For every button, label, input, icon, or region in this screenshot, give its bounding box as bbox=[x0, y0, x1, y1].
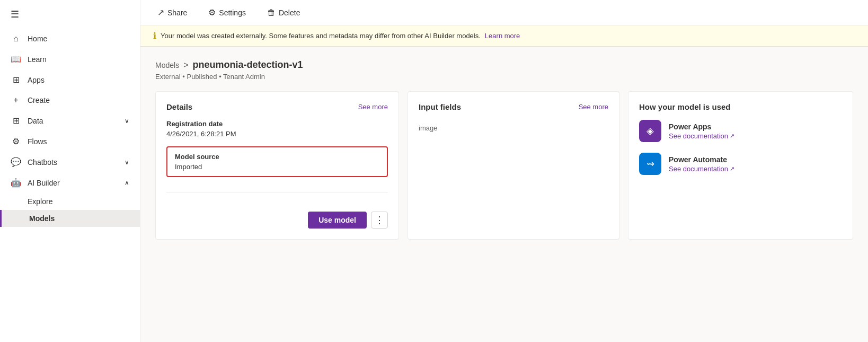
input-fields-card-title: Input fields bbox=[419, 102, 461, 111]
sidebar-item-apps[interactable]: ⊞ Apps bbox=[0, 69, 140, 90]
dots-icon: ⋮ bbox=[375, 214, 384, 226]
sidebar-item-flows[interactable]: ⚙ Flows bbox=[0, 131, 140, 152]
input-field-image: image bbox=[419, 124, 608, 132]
delete-label: Delete bbox=[279, 8, 300, 17]
usage-item-powerautomate: ⇝ Power Automate See documentation ↗ bbox=[639, 153, 842, 175]
sidebar-item-data[interactable]: ⊞ Data ∨ bbox=[0, 110, 140, 131]
details-card-title: Details bbox=[166, 102, 192, 111]
powerautomate-docs-link[interactable]: See documentation ↗ bbox=[669, 165, 734, 173]
powerautomate-name: Power Automate bbox=[669, 155, 734, 164]
details-card: Details See more Registration date 4/26/… bbox=[155, 91, 399, 240]
chevron-up-icon: ∧ bbox=[125, 179, 129, 187]
sidebar-item-learn[interactable]: 📖 Learn bbox=[0, 49, 140, 69]
external-link-icon: ↗ bbox=[730, 133, 734, 139]
sidebar-item-label: Flows bbox=[28, 137, 47, 146]
external-link-icon: ↗ bbox=[730, 165, 734, 172]
share-label: Share bbox=[167, 8, 187, 17]
sidebar-item-label: Data bbox=[28, 117, 43, 125]
sidebar-child-label: Models bbox=[29, 214, 55, 223]
sidebar-item-label: Learn bbox=[28, 55, 47, 64]
flows-icon: ⚙ bbox=[11, 136, 21, 146]
share-icon: ↗ bbox=[157, 7, 164, 17]
sidebar: ☰ ⌂ Home 📖 Learn ⊞ Apps + Create ⊞ Data … bbox=[0, 0, 140, 342]
model-source-highlighted-box: Model source Imported bbox=[166, 146, 388, 177]
model-source-value: Imported bbox=[175, 163, 379, 171]
page-subtitle: External • Published • Tenant Admin bbox=[155, 73, 853, 81]
sidebar-item-label: Home bbox=[28, 34, 47, 43]
details-see-more-link[interactable]: See more bbox=[358, 103, 388, 111]
sidebar-item-label: Create bbox=[28, 96, 50, 104]
chatbots-icon: 💬 bbox=[11, 157, 21, 167]
delete-button[interactable]: 🗑 Delete bbox=[263, 6, 304, 20]
details-card-footer: Use model ⋮ bbox=[166, 205, 388, 229]
powerautomate-icon: ⇝ bbox=[646, 158, 654, 170]
hamburger-icon[interactable]: ☰ bbox=[0, 0, 140, 29]
cards-row: Details See more Registration date 4/26/… bbox=[155, 91, 853, 240]
create-icon: + bbox=[11, 95, 21, 105]
settings-label: Settings bbox=[219, 8, 246, 17]
sidebar-item-label: Chatbots bbox=[28, 158, 57, 166]
home-icon: ⌂ bbox=[11, 34, 21, 43]
usage-card-title: How your model is used bbox=[639, 102, 731, 111]
sidebar-item-models[interactable]: Models bbox=[0, 210, 140, 227]
powerautomate-info: Power Automate See documentation ↗ bbox=[669, 155, 734, 173]
info-icon: ℹ bbox=[153, 31, 156, 41]
learn-more-link[interactable]: Learn more bbox=[485, 32, 520, 40]
trash-icon: 🗑 bbox=[267, 8, 276, 17]
sidebar-item-explore[interactable]: Explore bbox=[0, 193, 140, 210]
sidebar-item-home[interactable]: ⌂ Home bbox=[0, 29, 140, 49]
registration-date-value: 4/26/2021, 6:28:21 PM bbox=[166, 130, 388, 138]
gear-icon: ⚙ bbox=[208, 7, 216, 17]
details-card-header: Details See more bbox=[166, 102, 388, 111]
learn-icon: 📖 bbox=[11, 54, 21, 64]
sidebar-item-label: AI Builder bbox=[28, 179, 60, 187]
sidebar-item-chatbots[interactable]: 💬 Chatbots ∨ bbox=[0, 152, 140, 172]
sidebar-child-label: Explore bbox=[28, 197, 52, 206]
input-fields-card: Input fields See more image bbox=[408, 91, 619, 240]
usage-card-header: How your model is used bbox=[639, 102, 842, 111]
sidebar-item-create[interactable]: + Create bbox=[0, 90, 140, 110]
powerapps-name: Power Apps bbox=[669, 122, 734, 131]
usage-item-powerapps: ◈ Power Apps See documentation ↗ bbox=[639, 120, 842, 142]
powerapps-info: Power Apps See documentation ↗ bbox=[669, 122, 734, 140]
aibuilder-icon: 🤖 bbox=[11, 178, 21, 188]
data-icon: ⊞ bbox=[11, 116, 21, 126]
share-button[interactable]: ↗ Share bbox=[153, 5, 191, 20]
topbar: ↗ Share ⚙ Settings 🗑 Delete bbox=[140, 0, 868, 25]
sidebar-item-label: Apps bbox=[28, 76, 45, 84]
powerautomate-icon-box: ⇝ bbox=[639, 153, 661, 175]
breadcrumb-current: pneumonia-detection-v1 bbox=[192, 59, 303, 71]
page-content: Models > pneumonia-detection-v1 External… bbox=[140, 47, 868, 342]
input-fields-card-header: Input fields See more bbox=[419, 102, 608, 111]
breadcrumb-separator: > bbox=[183, 60, 188, 70]
banner-text: Your model was created externally. Some … bbox=[161, 32, 481, 40]
usage-card: How your model is used ◈ Power Apps See … bbox=[628, 91, 853, 240]
breadcrumb-parent[interactable]: Models bbox=[155, 61, 179, 69]
card-divider bbox=[166, 192, 388, 192]
input-fields-see-more-link[interactable]: See more bbox=[579, 103, 608, 111]
apps-icon: ⊞ bbox=[11, 75, 21, 85]
model-source-label: Model source bbox=[175, 153, 379, 161]
powerapps-docs-link[interactable]: See documentation ↗ bbox=[669, 132, 734, 140]
info-banner: ℹ Your model was created externally. Som… bbox=[140, 25, 868, 47]
powerapps-icon: ◈ bbox=[646, 125, 654, 137]
use-model-button[interactable]: Use model bbox=[308, 212, 367, 229]
settings-button[interactable]: ⚙ Settings bbox=[204, 5, 250, 20]
registration-date-label: Registration date bbox=[166, 120, 388, 128]
chevron-down-icon: ∨ bbox=[125, 117, 129, 125]
main-content: ↗ Share ⚙ Settings 🗑 Delete ℹ Your model… bbox=[140, 0, 868, 342]
sidebar-item-aibuilder[interactable]: 🤖 AI Builder ∧ bbox=[0, 172, 140, 193]
chevron-down-icon: ∨ bbox=[125, 159, 129, 166]
more-options-button[interactable]: ⋮ bbox=[371, 212, 388, 229]
breadcrumb: Models > pneumonia-detection-v1 bbox=[155, 59, 853, 71]
powerapps-icon-box: ◈ bbox=[639, 120, 661, 142]
